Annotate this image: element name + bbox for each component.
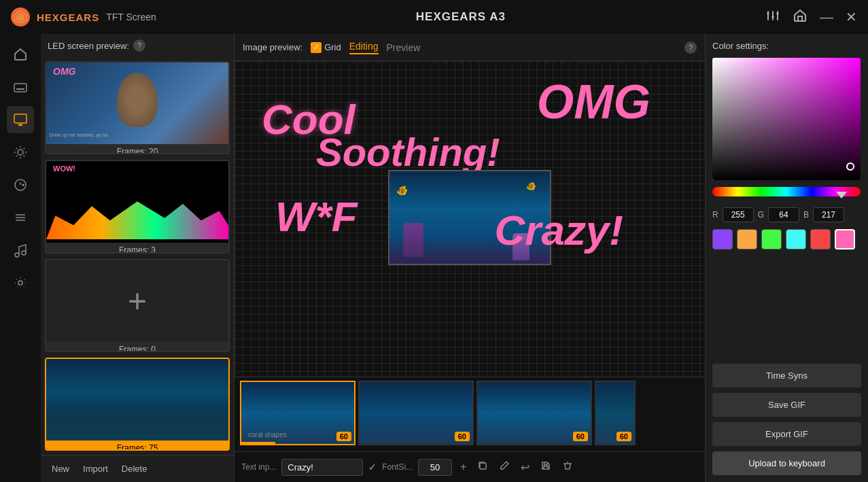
swatch-purple[interactable]: [712, 229, 733, 249]
svg-rect-8: [14, 84, 27, 92]
svg-rect-4: [772, 11, 774, 20]
main-content: LED screen preview: ? OMG Drink up me he…: [0, 34, 868, 482]
hue-thumb: [836, 192, 847, 199]
font-size-label: FontSi...: [382, 462, 413, 472]
svg-rect-7: [776, 13, 779, 14]
led-preview-label: LED screen preview:: [48, 41, 129, 51]
grid-check[interactable]: ✓ Grid: [311, 42, 341, 53]
svg-point-17: [18, 150, 23, 155]
text-bar: Text inp... ✓ FontSi... + ↩: [235, 451, 705, 482]
thumb-card-dragon[interactable]: WOW! Frames: 3: [45, 160, 230, 253]
canvas-text-omg[interactable]: OMG: [537, 75, 650, 129]
sidebar-macro-btn[interactable]: [7, 171, 34, 199]
led-panel-header: LED screen preview: ?: [41, 34, 234, 57]
sidebar-lighting-btn[interactable]: [7, 139, 34, 166]
sidebar-settings-btn[interactable]: [7, 269, 34, 296]
title-bar-left: HEXGEARS TFT Screen: [11, 7, 156, 27]
svg-line-23: [24, 156, 24, 156]
r-input[interactable]: [723, 207, 754, 222]
swatch-pink[interactable]: [835, 229, 855, 249]
led-panel: LED screen preview: ? OMG Drink up me he…: [41, 34, 235, 482]
swatch-green[interactable]: [761, 229, 782, 249]
font-size-input[interactable]: [418, 459, 452, 476]
thumb-card-aquarium[interactable]: Frames: 75: [45, 358, 230, 451]
sliders-icon[interactable]: [765, 8, 780, 27]
dragon-shape: [46, 192, 228, 239]
preview-help-btn[interactable]: ?: [684, 41, 697, 54]
led-help-btn[interactable]: ?: [133, 39, 145, 52]
edit-btn[interactable]: [496, 459, 513, 475]
canvas-area[interactable]: Cool OMG Soothing! 🐠 🐠 W*F Crazy!: [235, 61, 705, 377]
g-label: G: [758, 210, 764, 220]
swatch-cyan[interactable]: [786, 229, 806, 249]
close-icon[interactable]: ✕: [846, 9, 857, 25]
svg-rect-2: [767, 11, 769, 20]
svg-line-22: [16, 148, 17, 149]
upload-to-keyboard-btn[interactable]: Upload to keyboard: [712, 451, 861, 475]
aquarium-bg: [46, 359, 228, 441]
g-input[interactable]: [768, 207, 799, 222]
preview-header: Image preview: ✓ Grid Editing Preview ?: [235, 34, 705, 61]
time-syns-btn[interactable]: Time Syns: [712, 364, 861, 388]
sidebar-screen-btn[interactable]: [7, 106, 34, 133]
save-layer-btn[interactable]: [538, 459, 554, 475]
frame-thumb-3[interactable]: 60: [476, 381, 592, 445]
text-input-field[interactable]: [281, 459, 363, 476]
color-picker-cursor: [846, 162, 854, 171]
hue-slider[interactable]: [712, 187, 861, 196]
led-actions: New Import Delete: [41, 455, 234, 482]
thumb-img-aquarium: [46, 359, 228, 441]
export-gif-btn[interactable]: Export GIF: [712, 422, 861, 446]
minimize-icon[interactable]: —: [820, 10, 833, 25]
home-icon[interactable]: [793, 8, 808, 27]
tab-editing[interactable]: Editing: [349, 41, 379, 54]
thumb-card-add[interactable]: + Frames: 0: [45, 259, 230, 352]
dragon-bg: WOW!: [46, 161, 228, 243]
title-bar-right: — ✕: [765, 8, 857, 27]
save-gif-btn[interactable]: Save GIF: [712, 393, 861, 417]
delete-element-btn[interactable]: [559, 459, 576, 475]
thumb-label-aquarium: Frames: 75: [46, 441, 228, 451]
delete-btn[interactable]: Delete: [118, 461, 152, 477]
swatch-orange[interactable]: [737, 229, 757, 249]
frame-progress-1: [241, 442, 275, 444]
add-element-btn[interactable]: +: [457, 460, 469, 475]
rgb-inputs: R G B: [712, 207, 861, 222]
text-input-label: Text inp...: [241, 462, 276, 472]
frame-number-3: 60: [573, 432, 588, 441]
thumb-img-dragon: WOW!: [46, 161, 228, 243]
swatch-red[interactable]: [810, 229, 831, 249]
canvas-text-soothing[interactable]: Soothing!: [316, 129, 500, 175]
canvas-text-crazy[interactable]: Crazy!: [494, 206, 623, 254]
pirate-subtitle: Drink up me hearties, yo ho: [50, 133, 108, 137]
thumb-card-pirate[interactable]: OMG Drink up me hearties, yo ho Frames: …: [45, 61, 230, 154]
center-title: HEXGEARS A3: [416, 10, 506, 24]
color-picker-gradient[interactable]: [712, 58, 861, 180]
tab-preview[interactable]: Preview: [387, 42, 421, 53]
sidebar-music-btn[interactable]: [7, 237, 34, 264]
sidebar-home-btn[interactable]: [7, 41, 34, 68]
frame-thumb-1[interactable]: coral shapes 60: [240, 381, 355, 445]
sidebar-layers-btn[interactable]: [7, 204, 34, 231]
svg-point-28: [22, 184, 24, 186]
preview-label: Image preview:: [243, 42, 302, 52]
import-btn[interactable]: Import: [79, 461, 112, 477]
grid-checkbox[interactable]: ✓: [311, 42, 322, 53]
frame-thumb-2[interactable]: 60: [358, 381, 474, 445]
frame-thumb-4[interactable]: 60: [595, 381, 636, 445]
confirm-icon[interactable]: ✓: [368, 462, 377, 472]
duplicate-btn[interactable]: [474, 459, 491, 475]
sidebar-keyboard-btn[interactable]: [7, 73, 34, 101]
title-bar: HEXGEARS TFT Screen HEXGEARS A3 — ✕: [0, 0, 868, 34]
svg-rect-35: [480, 463, 486, 469]
color-panel: Color settings: R G B Time Sy: [705, 34, 868, 482]
svg-point-32: [15, 253, 19, 257]
b-input[interactable]: [813, 207, 844, 222]
screen-title: TFT Screen: [106, 12, 156, 22]
thumb-img-add: +: [46, 260, 228, 342]
new-btn[interactable]: New: [48, 461, 73, 477]
color-buttons: Time Syns Save GIF Export GIF Upload to …: [712, 364, 861, 475]
thumb-label-dragon: Frames: 3: [46, 243, 228, 253]
undo-btn[interactable]: ↩: [518, 460, 532, 475]
canvas-text-wf[interactable]: W*F: [275, 192, 358, 241]
